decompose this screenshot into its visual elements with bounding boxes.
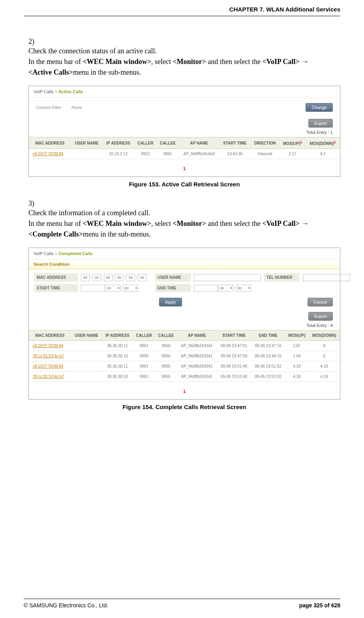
mac-link[interactable]: 28:cc:01:53:4c:b7	[29, 351, 71, 361]
min-select[interactable]: 00	[236, 285, 251, 292]
total-entry: Total Entry : 4	[29, 322, 340, 330]
td: 09-06 23:47:58	[217, 351, 251, 361]
export-button[interactable]: Export	[308, 119, 333, 128]
apply-row: Apply Cancel	[29, 296, 340, 310]
td	[71, 341, 102, 351]
active-calls-table: MAC ADDRESS USER NAME IP ADDRESS CALLER …	[29, 137, 340, 159]
end-field[interactable]: 00:00	[194, 285, 261, 292]
start-field[interactable]: 00:00	[81, 285, 152, 292]
text: , select	[151, 58, 173, 66]
td: 09-06 23:51:48	[217, 372, 251, 382]
td: 30.30.30.10	[102, 351, 133, 361]
export-row: Export	[29, 310, 340, 322]
text: Check the connection status of an active…	[28, 47, 157, 55]
text-bold: <Complete Calls>	[28, 230, 83, 238]
mac-octet[interactable]: 00	[138, 274, 146, 281]
breadcrumb: VoIP Calls > Active Calls	[29, 86, 340, 98]
apply-button[interactable]: Apply	[159, 298, 182, 306]
text-bold: <WEC Main window>	[83, 220, 151, 227]
text: and then select the	[206, 220, 262, 227]
mac-octet[interactable]: 00	[126, 274, 135, 281]
mac-field[interactable]: 00:00:00:00:00:00	[81, 274, 152, 281]
th: START TIME	[220, 137, 251, 149]
user-input[interactable]	[194, 274, 261, 281]
table-row: 28:cc:01:53:4c:b7 30.30.30.10 9961 9955 …	[29, 372, 340, 382]
mac-octet[interactable]: 00	[81, 274, 90, 281]
crumb-sep: >	[55, 89, 57, 94]
label-user: USER NAME	[155, 273, 191, 282]
label-end: END TIME	[155, 284, 191, 292]
td: 30.30.30.11	[102, 341, 133, 351]
page-footer: © SAMSUNG Electronics Co., Ltd. page 325…	[24, 602, 340, 609]
text: menu in the sub-menus.	[83, 230, 151, 238]
th: MOS(DOWN)1	[306, 137, 340, 149]
cancel-button[interactable]: Cancel	[308, 298, 333, 306]
hour-select[interactable]: 00	[105, 285, 120, 292]
mac-link[interactable]: c8:19:f7:70:89:04	[29, 361, 71, 372]
td: 9961	[133, 341, 155, 351]
th: CALLEE	[157, 137, 179, 149]
page-header: CHAPTER 7. WLAN Additional Services	[229, 6, 340, 13]
hour-select[interactable]: 00	[218, 285, 233, 292]
crumb-active: Active Calls	[58, 89, 83, 94]
mac-link[interactable]: c8:19:f7:70:89:04	[29, 149, 71, 159]
tel-field[interactable]	[303, 274, 350, 281]
label-tel: TEL NUMBER	[264, 273, 300, 282]
filter-row: Current Filter : None Change	[29, 98, 340, 117]
text: menu in the sub-menus.	[73, 68, 141, 76]
th: USER NAME	[71, 137, 103, 149]
change-button[interactable]: Change	[306, 103, 333, 112]
mac-octet[interactable]: 00	[92, 274, 101, 281]
text-bold: <WEC Main window>	[83, 58, 151, 66]
text: , select	[151, 220, 173, 227]
step-body: Check the connection status of an active…	[28, 46, 324, 78]
td: 10.10.2.12	[103, 149, 134, 159]
label-mac: MAC ADDRESS	[34, 273, 78, 282]
th: IP ADDRESS	[102, 331, 133, 341]
td: 9961	[157, 149, 179, 159]
user-field[interactable]	[194, 274, 261, 281]
step-2: 2) Check the connection status of an act…	[28, 38, 340, 78]
td: 2.87	[285, 341, 308, 351]
mac-octet[interactable]: 00	[104, 274, 113, 281]
search-grid: MAC ADDRESS 00:00:00:00:00:00 USER NAME …	[29, 269, 340, 296]
th: IP ADDRESS	[103, 137, 134, 149]
th: MOS(UP)	[285, 331, 308, 341]
step-3: 3) Check the information of a completed …	[28, 199, 340, 240]
td: 09-06 23:48:15	[251, 351, 285, 361]
pager[interactable]: 1	[29, 382, 340, 399]
td: AP_f4d9fb243341	[177, 351, 217, 361]
min-select[interactable]: 00	[123, 285, 138, 292]
th: AP NAME	[179, 137, 220, 149]
text-bold: <Monitor>	[173, 220, 206, 227]
th: CALLER	[134, 137, 157, 149]
text: In the menu bar of	[28, 58, 83, 66]
crumb-active: Completed Calls	[58, 251, 92, 256]
mac-octet[interactable]: 00	[115, 274, 124, 281]
mac-link[interactable]: c8:19:f7:70:89:04	[29, 341, 71, 351]
text: and then select the	[206, 58, 262, 66]
th: AP NAME	[177, 331, 217, 341]
breadcrumb: VoIP Calls > Completed Calls	[29, 248, 340, 259]
figure-154: VoIP Calls > Completed Calls Search Cond…	[28, 248, 340, 400]
td	[71, 351, 102, 361]
date-input[interactable]	[81, 285, 105, 292]
th: END TIME	[251, 331, 285, 341]
date-input[interactable]	[194, 285, 218, 292]
export-button[interactable]: Export	[308, 312, 333, 321]
td: 30.30.30.11	[102, 361, 133, 372]
table-row: c8:19:f7:70:89:04 30.30.30.11 9961 9950 …	[29, 341, 340, 351]
td: 1.84	[285, 351, 308, 361]
th: START TIME	[217, 331, 251, 341]
td: 9961	[133, 361, 155, 372]
td: 9950	[155, 351, 177, 361]
footer-rule	[24, 599, 340, 599]
step-num: 2)	[28, 38, 43, 46]
tel-input[interactable]	[303, 274, 350, 281]
td: 09-06 23:47:01	[217, 341, 251, 351]
th: MOS(UP)1	[280, 137, 306, 149]
mac-link[interactable]: 28:cc:01:53:4c:b7	[29, 372, 71, 382]
td: 09-06 23:51:52	[251, 361, 285, 372]
td: 4.18	[308, 372, 340, 382]
pager[interactable]: 1	[29, 159, 340, 177]
